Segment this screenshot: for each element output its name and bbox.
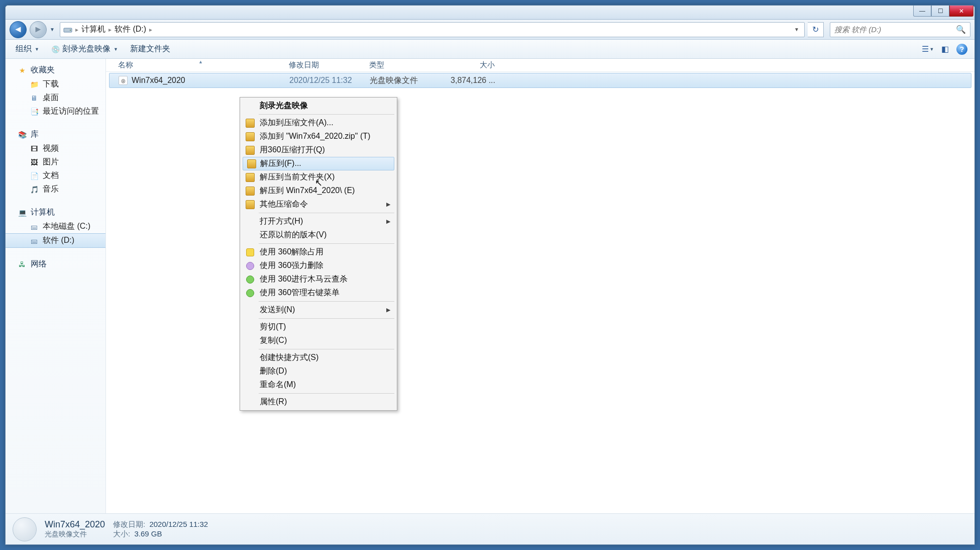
ctx-extract-here[interactable]: 解压到当前文件夹(X) bbox=[242, 170, 395, 184]
ctx-separator bbox=[259, 301, 394, 302]
sidebar-item-label: 视频 bbox=[43, 143, 59, 154]
minimize-button[interactable]: — bbox=[913, 6, 931, 17]
organize-menu[interactable]: 组织 ▼ bbox=[11, 42, 44, 56]
details-title: Win7x64_2020 bbox=[45, 519, 105, 530]
ctx-label: 使用 360解除占用 bbox=[260, 247, 323, 257]
sidebar-group-libraries: 📚 库 🎞视频 🖼图片 📄文档 🎵音乐 bbox=[6, 127, 105, 196]
address-bar[interactable]: ▸ 计算机 ▸ 软件 (D:) ▸ ▼ bbox=[60, 22, 805, 37]
ctx-open-with[interactable]: 打开方式(H)▶ bbox=[242, 215, 395, 228]
back-button[interactable]: ◄ bbox=[10, 21, 27, 38]
window-buttons: — ☐ ✕ bbox=[913, 6, 973, 19]
file-date: 2020/12/25 11:32 bbox=[284, 76, 365, 85]
ctx-360-unlock[interactable]: 使用 360解除占用 bbox=[242, 245, 395, 259]
drive-icon: 🖴 bbox=[30, 236, 39, 245]
column-header-date[interactable]: 修改日期 bbox=[284, 60, 364, 70]
ctx-360-force-delete[interactable]: 使用 360强力删除 bbox=[242, 259, 395, 272]
address-dropdown-icon[interactable]: ▼ bbox=[792, 27, 801, 32]
sidebar-group-favorites: ★ 收藏夹 📁下载 🖥桌面 📑最近访问的位置 bbox=[6, 63, 105, 118]
ctx-open-with-360zip[interactable]: 用360压缩打开(Q) bbox=[242, 143, 395, 157]
sidebar-item-downloads[interactable]: 📁下载 bbox=[6, 77, 105, 91]
ctx-label: 创建快捷方式(S) bbox=[260, 352, 318, 363]
ctx-label: 还原以前的版本(V) bbox=[260, 230, 326, 240]
maximize-button[interactable]: ☐ bbox=[931, 6, 949, 17]
zip-icon bbox=[246, 132, 255, 141]
sidebar-head-computer[interactable]: 💻 计算机 bbox=[6, 205, 105, 220]
ctx-cut[interactable]: 剪切(T) bbox=[242, 320, 395, 334]
sidebar-item-drive-d[interactable]: 🖴软件 (D:) bbox=[6, 233, 105, 248]
titlebar: — ☐ ✕ bbox=[6, 6, 974, 20]
close-button[interactable]: ✕ bbox=[949, 6, 973, 17]
ctx-burn-image[interactable]: 刻录光盘映像 bbox=[242, 99, 395, 113]
ctx-360-manage-menu[interactable]: 使用 360管理右键菜单 bbox=[242, 286, 395, 300]
360-purple-icon bbox=[246, 262, 254, 270]
ctx-label: 删除(D) bbox=[260, 366, 287, 377]
ctx-label: 复制(C) bbox=[260, 335, 287, 346]
new-folder-button[interactable]: 新建文件夹 bbox=[125, 42, 175, 56]
ctx-label: 解压到当前文件夹(X) bbox=[260, 172, 335, 182]
svg-point-1 bbox=[70, 30, 71, 31]
folder-icon: 📁 bbox=[30, 80, 39, 89]
details-size-label: 大小: bbox=[113, 529, 130, 538]
ctx-send-to[interactable]: 发送到(N)▶ bbox=[242, 303, 395, 317]
ctx-add-to-zip[interactable]: 添加到 "Win7x64_2020.zip" (T) bbox=[242, 130, 395, 143]
ctx-add-to-archive[interactable]: 添加到压缩文件(A)... bbox=[242, 116, 395, 130]
breadcrumb-current[interactable]: 软件 (D:) bbox=[115, 24, 146, 35]
ctx-create-shortcut[interactable]: 创建快捷方式(S) bbox=[242, 351, 395, 364]
ctx-extract-to[interactable]: 解压到(F)... bbox=[243, 157, 394, 170]
submenu-arrow-icon: ▶ bbox=[386, 218, 390, 225]
burn-disc-image-button[interactable]: 💿 刻录光盘映像 ▼ bbox=[46, 42, 123, 56]
ctx-separator bbox=[259, 114, 394, 115]
submenu-arrow-icon: ▶ bbox=[386, 307, 390, 313]
breadcrumb-root[interactable]: 计算机 bbox=[81, 24, 105, 35]
ctx-label: 用360压缩打开(Q) bbox=[260, 145, 325, 155]
organize-label: 组织 bbox=[16, 44, 32, 54]
col-label: 类型 bbox=[369, 60, 384, 69]
sidebar-item-music[interactable]: 🎵音乐 bbox=[6, 182, 105, 196]
details-date: 修改日期: 2020/12/25 11:32 大小: 3.69 GB bbox=[113, 520, 208, 539]
sidebar-group-computer: 💻 计算机 🖴本地磁盘 (C:) 🖴软件 (D:) bbox=[6, 205, 105, 248]
breadcrumb-sep-icon: ▸ bbox=[149, 26, 152, 33]
ctx-extract-to-folder[interactable]: 解压到 Win7x64_2020\ (E) bbox=[242, 184, 395, 198]
star-icon: ★ bbox=[18, 66, 27, 75]
sidebar-item-label: 文档 bbox=[43, 170, 59, 181]
toolbar: 组织 ▼ 💿 刻录光盘映像 ▼ 新建文件夹 ☰ ▼ ◧ ? bbox=[6, 40, 974, 59]
sidebar-head-favorites[interactable]: ★ 收藏夹 bbox=[6, 63, 105, 77]
help-button[interactable]: ? bbox=[954, 43, 969, 56]
history-dropdown[interactable]: ▼ bbox=[50, 27, 57, 32]
column-header-type[interactable]: 类型 bbox=[364, 60, 445, 70]
column-header-size[interactable]: 大小 bbox=[445, 60, 500, 70]
col-label: 修改日期 bbox=[289, 60, 319, 69]
explorer-window: — ☐ ✕ ◄ ► ▼ ▸ 计算机 ▸ 软件 (D:) ▸ ▼ ↻ 🔍 组织 bbox=[5, 5, 975, 545]
search-icon[interactable]: 🔍 bbox=[956, 25, 966, 34]
ctx-restore-previous[interactable]: 还原以前的版本(V) bbox=[242, 228, 395, 242]
search-input[interactable] bbox=[834, 25, 956, 34]
ctx-properties[interactable]: 属性(R) bbox=[242, 395, 395, 409]
column-headers: 名称 ▲ 修改日期 类型 大小 bbox=[106, 59, 974, 72]
ctx-360-trojan-scan[interactable]: 使用 360进行木马云查杀 bbox=[242, 272, 395, 286]
view-options-button[interactable]: ☰ ▼ bbox=[920, 43, 935, 56]
ctx-rename[interactable]: 重命名(M) bbox=[242, 378, 395, 392]
sidebar-head-libraries[interactable]: 📚 库 bbox=[6, 127, 105, 142]
forward-button[interactable]: ► bbox=[30, 21, 47, 38]
ctx-other-compress[interactable]: 其他压缩命令▶ bbox=[242, 198, 395, 211]
sidebar-head-network[interactable]: 🖧 网络 bbox=[6, 257, 105, 271]
file-row[interactable]: ◎ Win7x64_2020 2020/12/25 11:32 光盘映像文件 3… bbox=[109, 73, 971, 88]
sidebar-item-recent[interactable]: 📑最近访问的位置 bbox=[6, 105, 105, 118]
sidebar-label: 计算机 bbox=[31, 207, 55, 218]
sidebar-item-desktop[interactable]: 🖥桌面 bbox=[6, 91, 105, 105]
dropdown-icon: ▼ bbox=[35, 47, 39, 52]
search-box[interactable]: 🔍 bbox=[830, 22, 970, 37]
sidebar-item-videos[interactable]: 🎞视频 bbox=[6, 142, 105, 155]
ctx-label: 剪切(T) bbox=[260, 322, 286, 332]
sidebar-item-drive-c[interactable]: 🖴本地磁盘 (C:) bbox=[6, 220, 105, 233]
preview-pane-button[interactable]: ◧ bbox=[937, 43, 952, 56]
ctx-copy[interactable]: 复制(C) bbox=[242, 334, 395, 347]
column-header-name[interactable]: 名称 ▲ bbox=[113, 60, 284, 70]
sidebar-item-pictures[interactable]: 🖼图片 bbox=[6, 155, 105, 169]
sidebar-item-documents[interactable]: 📄文档 bbox=[6, 169, 105, 182]
breadcrumb-sep-icon: ▸ bbox=[75, 26, 78, 33]
refresh-button[interactable]: ↻ bbox=[808, 22, 824, 37]
ctx-label: 发送到(N) bbox=[260, 305, 295, 315]
context-menu: 刻录光盘映像 添加到压缩文件(A)... 添加到 "Win7x64_2020.z… bbox=[240, 97, 397, 411]
ctx-delete[interactable]: 删除(D) bbox=[242, 364, 395, 378]
